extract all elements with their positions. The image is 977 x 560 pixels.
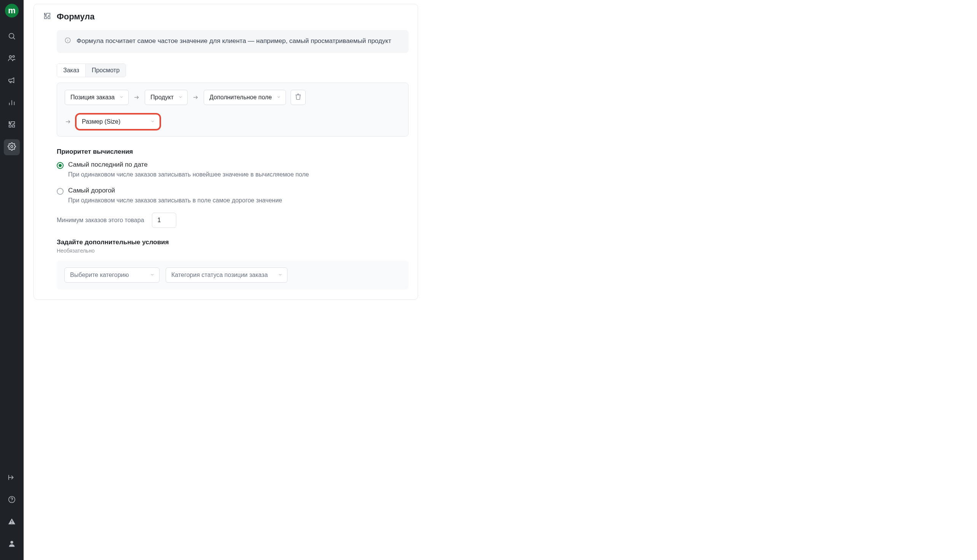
chevron-down-icon (178, 94, 183, 101)
info-icon (64, 36, 71, 47)
radio-expensive-desc: При одинаковом числе заказов записывать … (68, 196, 282, 205)
svg-line-1 (13, 38, 15, 39)
select-label: Категория статуса позиции заказа (171, 272, 268, 278)
sidebar-item-campaigns[interactable] (4, 73, 20, 89)
priority-heading: Приоритет вычисления (57, 148, 408, 156)
formula-card: Формула Формула посчитает самое частое з… (33, 4, 418, 300)
select-status-category[interactable]: Категория статуса позиции заказа (166, 267, 288, 283)
select-product[interactable]: Продукт (145, 90, 188, 105)
radio-latest-row: Самый последний по дате При одинаковом ч… (57, 161, 408, 179)
conditions-title: Задайте дополнительные условия (57, 238, 408, 246)
info-box: Формула посчитает самое частое значение … (57, 30, 408, 53)
sidebar-item-analytics[interactable] (4, 95, 20, 111)
trash-icon (295, 93, 301, 101)
svg-point-3 (13, 55, 15, 57)
sidebar: m (0, 0, 23, 560)
arrow-right-icon (192, 94, 199, 101)
chevron-down-icon (150, 272, 155, 278)
min-orders-label: Минимум заказов этого товара (57, 217, 144, 224)
tab-order[interactable]: Заказ (57, 64, 85, 77)
sidebar-item-alerts[interactable] (4, 514, 20, 530)
select-label: Продукт (151, 94, 174, 101)
sidebar-item-settings[interactable] (4, 139, 20, 155)
conditions-subtitle: Необязательно (57, 248, 408, 254)
select-placeholder: Выберите категорию (70, 272, 129, 278)
sidebar-item-search[interactable] (4, 29, 20, 45)
radio-expensive-label: Самый дорогой (68, 187, 282, 194)
min-orders-row: Минимум заказов этого товара (57, 213, 408, 228)
sidebar-item-profile[interactable] (4, 537, 20, 552)
arrow-right-icon (133, 94, 140, 101)
sidebar-item-people[interactable] (4, 51, 20, 67)
search-icon (8, 32, 16, 42)
sidebar-top-stack (4, 26, 20, 467)
megaphone-icon (8, 76, 16, 86)
page-title: Формула (57, 12, 95, 22)
bar-chart-icon (8, 98, 16, 108)
app-logo-letter: m (8, 6, 16, 16)
chevron-down-icon (151, 118, 155, 125)
select-label: Позиция заказа (70, 94, 115, 101)
chevron-down-icon (276, 94, 281, 101)
user-icon (8, 540, 16, 549)
tab-view[interactable]: Просмотр (85, 64, 125, 77)
radio-expensive-row: Самый дорогой При одинаковом числе заказ… (57, 187, 408, 205)
delete-chain-button[interactable] (291, 90, 306, 105)
help-icon (8, 495, 16, 505)
svg-point-11 (12, 501, 12, 502)
sidebar-item-integrations[interactable] (4, 117, 20, 133)
gear-icon (8, 142, 16, 152)
svg-point-14 (10, 541, 13, 543)
chevron-down-icon (278, 272, 283, 278)
radio-latest-label: Самый последний по дате (68, 161, 309, 168)
info-text: Формула посчитает самое частое значение … (77, 36, 391, 47)
sidebar-item-help[interactable] (4, 492, 20, 508)
arrow-right-icon (65, 118, 72, 125)
conditions-box: Выберите категорию Категория статуса поз… (57, 261, 408, 290)
select-order-line[interactable]: Позиция заказа (65, 90, 129, 105)
svg-point-2 (9, 55, 12, 58)
svg-point-7 (11, 145, 13, 148)
min-orders-input[interactable] (152, 213, 176, 228)
select-size[interactable]: Размер (Size) (76, 114, 160, 129)
chevron-down-icon (119, 94, 124, 101)
puzzle-header-icon (43, 12, 52, 22)
card-body: Формула посчитает самое частое значение … (43, 30, 408, 290)
svg-point-0 (9, 33, 14, 38)
card-header: Формула (43, 12, 408, 22)
select-label: Размер (Size) (82, 118, 120, 125)
radio-latest[interactable] (57, 162, 64, 169)
sidebar-bottom-stack (4, 467, 20, 560)
logout-icon (8, 473, 16, 483)
select-condition-category[interactable]: Выберите категорию (64, 267, 159, 283)
app-logo[interactable]: m (5, 4, 18, 18)
sidebar-item-logout[interactable] (4, 470, 20, 486)
radio-latest-desc: При одинаковом числе заказов записывать … (68, 170, 309, 179)
source-tabs: Заказ Просмотр (57, 63, 126, 77)
radio-expensive[interactable] (57, 188, 64, 195)
people-icon (8, 54, 16, 64)
svg-point-17 (67, 39, 68, 39)
select-custom-field[interactable]: Дополнительное поле (204, 90, 286, 105)
main-content: Формула Формула посчитает самое частое з… (23, 0, 977, 560)
warning-icon (8, 517, 16, 527)
select-label: Дополнительное поле (209, 94, 272, 101)
puzzle-icon (8, 120, 16, 130)
svg-point-13 (12, 523, 12, 524)
formula-chain: Позиция заказа Продукт Дополнительное по… (57, 83, 408, 137)
